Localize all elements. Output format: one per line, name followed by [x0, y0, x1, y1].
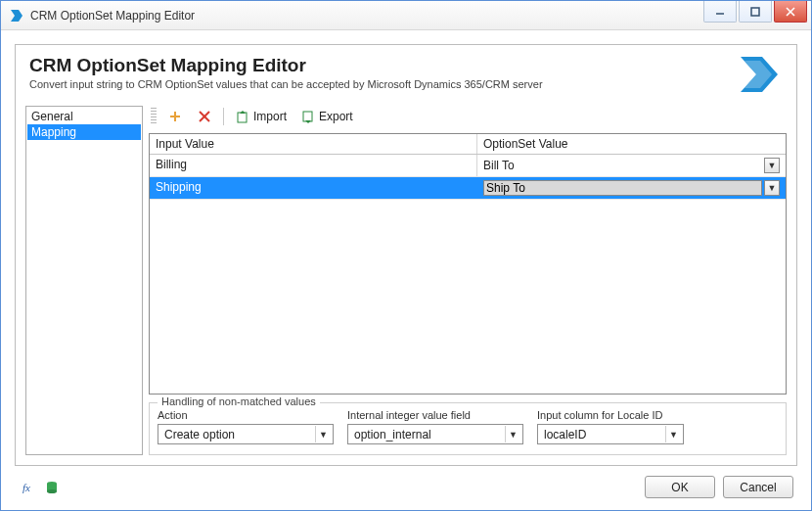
- chevron-down-icon: ▼: [505, 426, 520, 442]
- svg-text:fx: fx: [23, 482, 30, 493]
- toolbar-grip-icon: [151, 108, 157, 125]
- client-area: CRM OptionSet Mapping Editor Convert inp…: [1, 30, 811, 510]
- database-icon[interactable]: [42, 478, 62, 497]
- app-icon: [9, 8, 24, 23]
- cell-input[interactable]: Billing: [150, 155, 477, 176]
- sidebar-item-general[interactable]: General: [27, 109, 141, 124]
- export-label: Export: [319, 110, 353, 123]
- cancel-button[interactable]: Cancel: [723, 476, 793, 498]
- function-icon[interactable]: fx: [19, 478, 38, 497]
- table-row[interactable]: Billing Bill To ▼: [150, 155, 786, 177]
- delete-button[interactable]: [192, 106, 217, 127]
- panel-header: CRM OptionSet Mapping Editor Convert inp…: [16, 45, 796, 106]
- sidebar: General Mapping: [25, 106, 143, 455]
- delete-x-icon: [197, 109, 212, 124]
- svg-rect-2: [751, 8, 759, 16]
- dialog-footer: fx OK Cancel: [15, 466, 797, 500]
- close-button[interactable]: [774, 1, 807, 23]
- window-controls: [701, 1, 811, 29]
- col-header-optionset[interactable]: OptionSet Value: [477, 134, 786, 154]
- right-pane: Import Export Input Value OptionSet Valu…: [149, 106, 787, 455]
- action-value: Create option: [164, 428, 235, 441]
- svg-rect-11: [238, 113, 247, 122]
- nonmatched-fieldset: Handling of non-matched values Action Cr…: [149, 402, 787, 455]
- fieldset-legend: Handling of non-matched values: [158, 395, 320, 407]
- page-subtitle: Convert input string to CRM OptionSet va…: [29, 78, 543, 90]
- page-title: CRM OptionSet Mapping Editor: [29, 55, 543, 76]
- internal-value: option_internal: [354, 428, 431, 441]
- internal-label: Internal integer value field: [347, 409, 523, 421]
- cell-optionset-value: Ship To: [483, 180, 762, 196]
- cell-optionset[interactable]: Bill To ▼: [477, 155, 786, 176]
- toolbar-separator: [223, 108, 224, 125]
- chevron-down-icon: ▼: [665, 426, 681, 442]
- window-title: CRM OptionSet Mapping Editor: [30, 9, 701, 23]
- svg-marker-0: [11, 10, 23, 22]
- svg-point-18: [47, 489, 57, 493]
- window-frame: CRM OptionSet Mapping Editor CRM OptionS…: [0, 0, 812, 511]
- toolbar: Import Export: [149, 106, 787, 127]
- export-button[interactable]: Export: [295, 106, 358, 127]
- add-button[interactable]: [162, 106, 188, 127]
- export-icon: [300, 109, 316, 124]
- grid-header: Input Value OptionSet Value: [150, 134, 786, 155]
- cell-optionset-value: Bill To: [483, 159, 515, 172]
- chevron-down-icon[interactable]: ▼: [764, 180, 780, 196]
- table-row[interactable]: Shipping Ship To ▼: [150, 177, 786, 200]
- titlebar: CRM OptionSet Mapping Editor: [1, 1, 811, 30]
- chevron-down-icon: ▼: [315, 426, 331, 442]
- action-label: Action: [158, 409, 334, 421]
- minimize-button[interactable]: [703, 1, 737, 23]
- dynamics-logo-icon: [734, 55, 783, 94]
- locale-dropdown[interactable]: localeID ▼: [537, 424, 684, 444]
- col-header-input[interactable]: Input Value: [150, 134, 477, 154]
- content: General Mapping: [16, 106, 796, 465]
- ok-button[interactable]: OK: [645, 476, 715, 498]
- mapping-grid: Input Value OptionSet Value Billing Bill…: [149, 133, 787, 395]
- main-panel: CRM OptionSet Mapping Editor Convert inp…: [15, 44, 797, 466]
- svg-rect-13: [303, 112, 312, 121]
- import-label: Import: [253, 110, 287, 123]
- chevron-down-icon[interactable]: ▼: [764, 158, 780, 173]
- cell-input[interactable]: Shipping: [150, 177, 477, 199]
- locale-label: Input column for Locale ID: [537, 409, 684, 421]
- import-icon: [235, 109, 250, 124]
- locale-value: localeID: [544, 428, 586, 441]
- action-dropdown[interactable]: Create option ▼: [158, 424, 334, 444]
- plus-icon: [167, 109, 183, 124]
- internal-dropdown[interactable]: option_internal ▼: [347, 424, 523, 444]
- import-button[interactable]: Import: [230, 106, 292, 127]
- sidebar-item-mapping[interactable]: Mapping: [27, 124, 141, 140]
- maximize-button[interactable]: [739, 1, 772, 23]
- cell-optionset[interactable]: Ship To ▼: [477, 177, 786, 199]
